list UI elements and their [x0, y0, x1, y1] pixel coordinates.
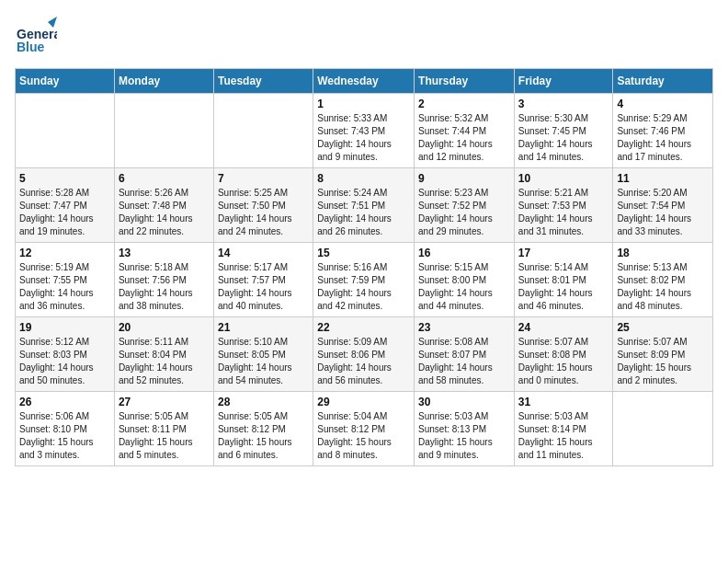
day-header-saturday: Saturday	[613, 69, 713, 94]
day-number: 17	[518, 247, 609, 259]
day-info: Sunrise: 5:12 AM Sunset: 8:03 PM Dayligh…	[19, 336, 110, 387]
calendar-cell: 11Sunrise: 5:20 AM Sunset: 7:54 PM Dayli…	[613, 168, 713, 243]
day-number: 26	[19, 396, 110, 408]
calendar-cell: 13Sunrise: 5:18 AM Sunset: 7:56 PM Dayli…	[114, 243, 213, 317]
day-number: 29	[317, 396, 410, 408]
calendar-cell: 22Sunrise: 5:09 AM Sunset: 8:06 PM Dayli…	[313, 317, 415, 392]
day-info: Sunrise: 5:08 AM Sunset: 8:07 PM Dayligh…	[418, 336, 510, 387]
calendar-cell: 12Sunrise: 5:19 AM Sunset: 7:55 PM Dayli…	[16, 243, 115, 317]
day-number: 7	[218, 172, 309, 185]
calendar-cell: 6Sunrise: 5:26 AM Sunset: 7:48 PM Daylig…	[114, 168, 213, 243]
day-info: Sunrise: 5:26 AM Sunset: 7:48 PM Dayligh…	[119, 187, 210, 238]
day-info: Sunrise: 5:05 AM Sunset: 8:11 PM Dayligh…	[119, 410, 210, 462]
day-number: 28	[218, 396, 309, 408]
day-number: 8	[317, 172, 410, 185]
calendar-cell: 9Sunrise: 5:23 AM Sunset: 7:52 PM Daylig…	[415, 168, 515, 243]
calendar-cell: 20Sunrise: 5:11 AM Sunset: 8:04 PM Dayli…	[114, 317, 213, 392]
day-number: 23	[418, 321, 510, 334]
day-info: Sunrise: 5:28 AM Sunset: 7:47 PM Dayligh…	[19, 187, 110, 238]
calendar-cell: 7Sunrise: 5:25 AM Sunset: 7:50 PM Daylig…	[213, 168, 313, 243]
day-number: 30	[418, 396, 510, 408]
calendar-cell: 29Sunrise: 5:04 AM Sunset: 8:12 PM Dayli…	[313, 392, 415, 466]
day-header-sunday: Sunday	[16, 69, 115, 94]
calendar-cell: 17Sunrise: 5:14 AM Sunset: 8:01 PM Dayli…	[514, 243, 613, 317]
calendar-cell: 27Sunrise: 5:05 AM Sunset: 8:11 PM Dayli…	[114, 392, 213, 466]
day-number: 15	[317, 247, 410, 259]
day-info: Sunrise: 5:07 AM Sunset: 8:09 PM Dayligh…	[617, 336, 709, 387]
day-info: Sunrise: 5:13 AM Sunset: 8:02 PM Dayligh…	[617, 261, 709, 313]
day-number: 3	[518, 98, 609, 110]
calendar-cell: 18Sunrise: 5:13 AM Sunset: 8:02 PM Dayli…	[613, 243, 713, 317]
calendar-cell: 2Sunrise: 5:32 AM Sunset: 7:44 PM Daylig…	[415, 94, 515, 168]
day-info: Sunrise: 5:03 AM Sunset: 8:13 PM Dayligh…	[418, 410, 510, 462]
day-number: 21	[218, 321, 309, 334]
calendar-cell: 30Sunrise: 5:03 AM Sunset: 8:13 PM Dayli…	[415, 392, 515, 466]
day-info: Sunrise: 5:10 AM Sunset: 8:05 PM Dayligh…	[218, 336, 309, 387]
calendar-cell: 24Sunrise: 5:07 AM Sunset: 8:08 PM Dayli…	[514, 317, 613, 392]
logo-icon: General Blue	[15, 15, 57, 57]
day-info: Sunrise: 5:23 AM Sunset: 7:52 PM Dayligh…	[418, 187, 510, 238]
day-info: Sunrise: 5:14 AM Sunset: 8:01 PM Dayligh…	[518, 261, 609, 313]
day-header-tuesday: Tuesday	[213, 69, 313, 94]
day-number: 11	[617, 172, 709, 185]
svg-text:Blue: Blue	[17, 40, 45, 54]
calendar-cell: 15Sunrise: 5:16 AM Sunset: 7:59 PM Dayli…	[313, 243, 415, 317]
calendar-week-2: 5Sunrise: 5:28 AM Sunset: 7:47 PM Daylig…	[16, 168, 713, 243]
day-number: 20	[119, 321, 210, 334]
calendar-cell: 1Sunrise: 5:33 AM Sunset: 7:43 PM Daylig…	[313, 94, 415, 168]
day-number: 16	[418, 247, 510, 259]
calendar-cell	[613, 392, 713, 466]
day-number: 27	[119, 396, 210, 408]
day-number: 25	[617, 321, 709, 334]
calendar-cell	[16, 94, 115, 168]
day-number: 31	[518, 396, 609, 408]
calendar-cell: 14Sunrise: 5:17 AM Sunset: 7:57 PM Dayli…	[213, 243, 313, 317]
day-number: 22	[317, 321, 410, 334]
calendar-cell: 10Sunrise: 5:21 AM Sunset: 7:53 PM Dayli…	[514, 168, 613, 243]
day-header-monday: Monday	[114, 69, 213, 94]
calendar-cell: 16Sunrise: 5:15 AM Sunset: 8:00 PM Dayli…	[415, 243, 515, 317]
day-number: 12	[19, 247, 110, 259]
calendar-cell: 5Sunrise: 5:28 AM Sunset: 7:47 PM Daylig…	[16, 168, 115, 243]
day-info: Sunrise: 5:03 AM Sunset: 8:14 PM Dayligh…	[518, 410, 609, 462]
calendar-cell	[114, 94, 213, 168]
calendar-cell: 28Sunrise: 5:05 AM Sunset: 8:12 PM Dayli…	[213, 392, 313, 466]
day-number: 18	[617, 247, 709, 259]
calendar-cell: 8Sunrise: 5:24 AM Sunset: 7:51 PM Daylig…	[313, 168, 415, 243]
day-info: Sunrise: 5:32 AM Sunset: 7:44 PM Dayligh…	[418, 112, 510, 164]
day-info: Sunrise: 5:24 AM Sunset: 7:51 PM Dayligh…	[317, 187, 410, 238]
calendar-week-5: 26Sunrise: 5:06 AM Sunset: 8:10 PM Dayli…	[16, 392, 713, 466]
day-number: 1	[317, 98, 410, 110]
day-number: 2	[418, 98, 510, 110]
day-info: Sunrise: 5:25 AM Sunset: 7:50 PM Dayligh…	[218, 187, 309, 238]
day-number: 14	[218, 247, 309, 259]
calendar-cell: 3Sunrise: 5:30 AM Sunset: 7:45 PM Daylig…	[514, 94, 613, 168]
calendar-cell: 19Sunrise: 5:12 AM Sunset: 8:03 PM Dayli…	[16, 317, 115, 392]
calendar-week-3: 12Sunrise: 5:19 AM Sunset: 7:55 PM Dayli…	[16, 243, 713, 317]
day-number: 19	[19, 321, 110, 334]
day-info: Sunrise: 5:33 AM Sunset: 7:43 PM Dayligh…	[317, 112, 410, 164]
logo: General Blue	[15, 15, 57, 57]
calendar-cell: 31Sunrise: 5:03 AM Sunset: 8:14 PM Dayli…	[514, 392, 613, 466]
day-info: Sunrise: 5:05 AM Sunset: 8:12 PM Dayligh…	[218, 410, 309, 462]
calendar-week-1: 1Sunrise: 5:33 AM Sunset: 7:43 PM Daylig…	[16, 94, 713, 168]
day-info: Sunrise: 5:30 AM Sunset: 7:45 PM Dayligh…	[518, 112, 609, 164]
calendar-cell: 23Sunrise: 5:08 AM Sunset: 8:07 PM Dayli…	[415, 317, 515, 392]
day-info: Sunrise: 5:04 AM Sunset: 8:12 PM Dayligh…	[317, 410, 410, 462]
day-number: 24	[518, 321, 609, 334]
day-info: Sunrise: 5:19 AM Sunset: 7:55 PM Dayligh…	[19, 261, 110, 313]
day-info: Sunrise: 5:29 AM Sunset: 7:46 PM Dayligh…	[617, 112, 709, 164]
day-info: Sunrise: 5:16 AM Sunset: 7:59 PM Dayligh…	[317, 261, 410, 313]
calendar-week-4: 19Sunrise: 5:12 AM Sunset: 8:03 PM Dayli…	[16, 317, 713, 392]
day-info: Sunrise: 5:09 AM Sunset: 8:06 PM Dayligh…	[317, 336, 410, 387]
day-header-friday: Friday	[514, 69, 613, 94]
calendar-cell: 25Sunrise: 5:07 AM Sunset: 8:09 PM Dayli…	[613, 317, 713, 392]
day-number: 4	[617, 98, 709, 110]
day-info: Sunrise: 5:11 AM Sunset: 8:04 PM Dayligh…	[119, 336, 210, 387]
day-number: 9	[418, 172, 510, 185]
calendar-cell	[213, 94, 313, 168]
calendar-cell: 26Sunrise: 5:06 AM Sunset: 8:10 PM Dayli…	[16, 392, 115, 466]
day-number: 5	[19, 172, 110, 185]
day-header-wednesday: Wednesday	[313, 69, 415, 94]
page-header: General Blue	[15, 15, 713, 57]
